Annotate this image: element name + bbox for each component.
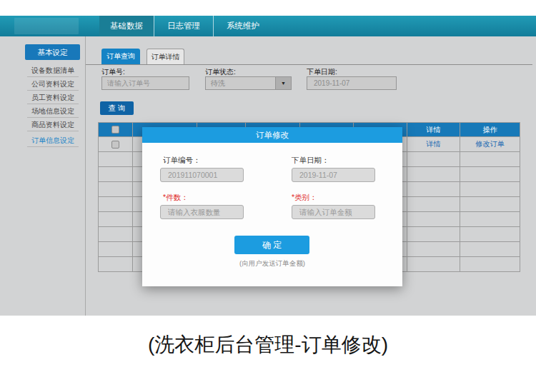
modal-type-label: *类别： (292, 193, 317, 203)
tab-order-query[interactable]: 订单查询 (101, 49, 140, 64)
table-cell-empty (460, 197, 520, 212)
table-cell-empty (407, 212, 460, 227)
modal-date-input[interactable] (292, 168, 375, 182)
table-cell-empty (407, 152, 460, 167)
table-cell-empty (99, 197, 133, 212)
top-navbar: 基础数据 日志管理 系统维护 (0, 16, 536, 36)
page-caption: (洗衣柜后台管理-订单修改) (0, 331, 536, 358)
table-cell-empty (460, 212, 520, 227)
table-header-detail: 详情 (407, 123, 460, 137)
sidebar-menu: 设备数据清单 公司资料设定 员工资料设定 场地信息设定 商品资料设定 订单信息设… (27, 64, 79, 147)
modal-order-no-label: 订单编号： (163, 156, 201, 166)
modal-date-label: 下单日期： (292, 156, 329, 166)
modal-title: 订单修改 (142, 127, 402, 143)
modal-count-input[interactable] (160, 205, 244, 219)
order-date-input[interactable] (307, 76, 397, 90)
modal-note: (向用户发送订单金额) (142, 259, 402, 268)
row-checkbox-cell (99, 137, 133, 152)
table-cell-empty (99, 227, 133, 242)
table-cell-empty (99, 242, 133, 257)
order-modify-modal: 订单修改 订单编号： 下单日期： *件数： *类别： 确 定 (向用户发送订单金… (142, 127, 402, 286)
table-cell-empty (460, 227, 520, 242)
chevron-down-icon[interactable]: ▼ (275, 77, 291, 89)
nav-tab-basic-data[interactable]: 基础数据 (99, 16, 154, 36)
order-status-label: 订单状态: (205, 67, 236, 77)
table-cell-empty (407, 257, 460, 272)
sidebar: 基本设定 设备数据清单 公司资料设定 员工资料设定 场地信息设定 商品资料设定 … (0, 36, 86, 316)
sidebar-item-site-info[interactable]: 场地信息设定 (27, 104, 79, 118)
screenshot-root: 基础数据 日志管理 系统维护 基本设定 设备数据清单 公司资料设定 员工资料设定… (0, 0, 536, 392)
modal-type-input[interactable] (292, 205, 375, 219)
nav-tab-log-management[interactable]: 日志管理 (154, 16, 213, 36)
sidebar-item-order-info[interactable]: 订单信息设定 (27, 134, 79, 147)
table-cell-empty (407, 182, 460, 197)
table-cell-empty (407, 197, 460, 212)
table-cell-empty (460, 257, 520, 272)
table-cell-empty (99, 167, 133, 182)
detail-link[interactable]: 详情 (427, 140, 441, 148)
table-cell-detail: 详情 (407, 137, 460, 152)
order-no-input[interactable] (101, 76, 189, 90)
table-cell-empty (460, 242, 520, 257)
table-cell-empty (99, 182, 133, 197)
admin-workspace: 基本设定 设备数据清单 公司资料设定 员工资料设定 场地信息设定 商品资料设定 … (0, 36, 536, 316)
table-cell-empty (460, 167, 520, 182)
nav-tab-system-maintenance[interactable]: 系统维护 (213, 16, 272, 36)
table-header-checkbox-cell (99, 123, 133, 137)
select-all-checkbox[interactable] (111, 126, 119, 134)
sidebar-header-basic-settings[interactable]: 基本设定 (25, 44, 80, 60)
tab-divider (86, 64, 532, 65)
table-cell-action: 修改订单 (460, 137, 520, 152)
table-header-action: 操作 (460, 123, 520, 137)
table-cell-empty (99, 152, 133, 167)
sidebar-item-product-info[interactable]: 商品资料设定 (27, 118, 79, 131)
sidebar-item-device-data[interactable]: 设备数据清单 (27, 64, 79, 77)
sidebar-item-employee-info[interactable]: 员工资料设定 (27, 91, 79, 104)
order-status-select[interactable]: 待洗 ▼ (205, 76, 292, 90)
table-cell-empty (407, 242, 460, 257)
sidebar-item-company-info[interactable]: 公司资料设定 (27, 77, 79, 91)
modify-order-link[interactable]: 修改订单 (476, 140, 505, 148)
modal-order-no-input[interactable] (160, 168, 244, 182)
table-cell-empty (99, 257, 133, 272)
nav-tab-bar: 基础数据 日志管理 系统维护 (99, 16, 272, 36)
table-cell-empty (407, 167, 460, 182)
query-button[interactable]: 查 询 (100, 101, 134, 115)
modal-count-label: *件数： (163, 193, 189, 203)
table-cell-empty (460, 182, 520, 197)
order-no-label: 订单号: (101, 67, 125, 77)
row-checkbox[interactable] (111, 141, 119, 149)
order-status-value: 待洗 (211, 77, 225, 89)
logo (14, 18, 79, 34)
order-date-label: 下单日期: (307, 67, 337, 77)
table-cell-empty (460, 152, 520, 167)
table-cell-empty (99, 212, 133, 227)
tab-order-detail[interactable]: 订单详情 (147, 49, 184, 64)
table-cell-empty (407, 227, 460, 242)
confirm-button[interactable]: 确 定 (234, 236, 309, 254)
